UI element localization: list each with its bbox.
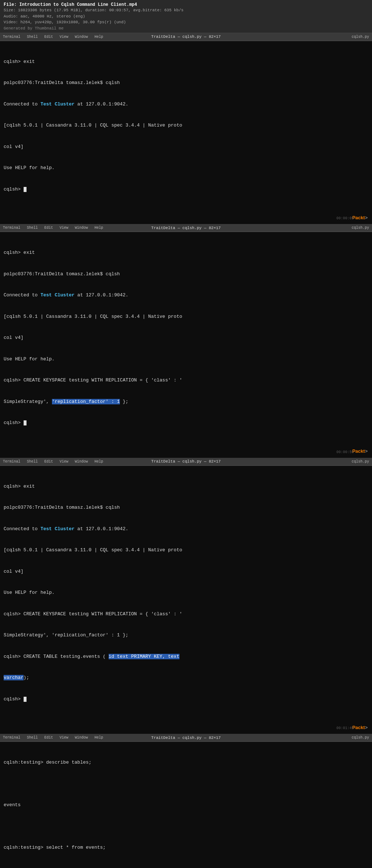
titlebar-title-3: TraitDelta — cqlsh.py — 82×17 bbox=[151, 459, 221, 464]
terminal-line: SimpleStrategy', 'replication_factor' : … bbox=[4, 398, 368, 405]
cursor bbox=[24, 187, 27, 192]
terminal-line: polpc03776:TraitDelta tomasz.lelek$ cqls… bbox=[4, 271, 368, 278]
terminal-line: SimpleStrategy', 'replication_factor' : … bbox=[4, 632, 368, 639]
titlebar-4: Terminal Shell Edit View Window Help Tra… bbox=[0, 734, 372, 742]
terminal-line: Use HELP for help. bbox=[4, 356, 368, 363]
terminal-line: cqlsh> bbox=[4, 696, 368, 703]
terminal-line bbox=[4, 823, 368, 830]
terminal-line: cqlsh> CREATE TABLE testing.events ( id … bbox=[4, 653, 368, 660]
terminal-line bbox=[4, 865, 368, 868]
terminal-line: cqlsh:testing> select * from events; bbox=[4, 844, 368, 851]
timecode-2: 00:00:59 bbox=[336, 449, 354, 455]
titlebar-menu-2[interactable]: Terminal Shell Edit View Window Help bbox=[3, 226, 103, 230]
terminal-block-3: Terminal Shell Edit View Window Help Tra… bbox=[0, 458, 372, 734]
highlighted-text-3: varchar bbox=[4, 675, 24, 680]
terminal-line: Connected to Test Cluster at 127.0.0.1:9… bbox=[4, 101, 368, 108]
titlebar-menu-3[interactable]: Terminal Shell Edit View Window Help bbox=[3, 460, 103, 464]
terminal-line: cqlsh> bbox=[4, 186, 368, 193]
terminal-block-1: Terminal Shell Edit View Window Help Tra… bbox=[0, 33, 372, 224]
highlighted-text: 'replication_factor' : 1 bbox=[52, 399, 120, 404]
titlebar-title-1: TraitDelta — cqlsh.py — 82×17 bbox=[151, 35, 221, 39]
thumbnail-generated: Generated by Thumbnail me bbox=[4, 26, 368, 31]
terminal-line: Connected to Test Cluster at 127.0.0.1:9… bbox=[4, 525, 368, 533]
video-header: File: Introduction to Cqlsh Command Line… bbox=[0, 0, 372, 33]
terminal-line: cqlsh> exit bbox=[4, 483, 368, 490]
terminal-body-3: cqlsh> exit polpc03776:TraitDelta tomasz… bbox=[0, 466, 372, 734]
terminal-body-1: cqlsh> exit polpc03776:TraitDelta tomasz… bbox=[0, 41, 372, 224]
terminal-line: Connected to Test Cluster at 127.0.0.1:9… bbox=[4, 292, 368, 299]
terminal-line: cqlsh> CREATE KEYSPACE testing WITH REPL… bbox=[4, 377, 368, 384]
video-size: Size: 18823306 bytes (17.95 MiB), durati… bbox=[4, 7, 368, 13]
titlebar-file-4: cqlsh.py bbox=[352, 736, 369, 740]
terminal-line: Use HELP for help. bbox=[4, 164, 368, 172]
packt-watermark: Packt> bbox=[352, 448, 368, 455]
terminal-line: polpc03776:TraitDelta tomasz.lelek$ cqls… bbox=[4, 79, 368, 87]
titlebar-3: Terminal Shell Edit View Window Help Tra… bbox=[0, 458, 372, 466]
cluster-name: Test Cluster bbox=[40, 292, 74, 298]
terminal-block-2: Terminal Shell Edit View Window Help Tra… bbox=[0, 224, 372, 458]
terminal-line: [cqlsh 5.0.1 | Cassandra 3.11.0 | CQL sp… bbox=[4, 122, 368, 129]
terminal-body-4: cqlsh:testing> describe tables; events c… bbox=[0, 742, 372, 868]
terminal-line: [cqlsh 5.0.1 | Cassandra 3.11.0 | CQL sp… bbox=[4, 547, 368, 554]
titlebar-2: Terminal Shell Edit View Window Help Tra… bbox=[0, 224, 372, 232]
terminal-line: Use HELP for help. bbox=[4, 589, 368, 596]
terminal-line: col v4] bbox=[4, 334, 368, 341]
highlighted-text-2: id text PRIMARY KEY, text bbox=[109, 654, 179, 659]
titlebar-file-2: cqlsh.py bbox=[352, 226, 369, 230]
video-audio: Audio: aac, 48000 Hz, stereo (eng) bbox=[4, 13, 368, 20]
terminal-line: polpc03776:TraitDelta tomasz.lelek$ cqls… bbox=[4, 504, 368, 511]
terminal-line bbox=[4, 780, 368, 788]
titlebar-file-3: cqlsh.py bbox=[352, 460, 369, 464]
terminal-line: cqlsh> bbox=[4, 419, 368, 427]
terminal-line: events bbox=[4, 801, 368, 809]
terminal-line: col v4] bbox=[4, 143, 368, 151]
cluster-name: Test Cluster bbox=[40, 526, 74, 532]
terminal-body-2: cqlsh> exit polpc03776:TraitDelta tomasz… bbox=[0, 232, 372, 458]
timecode-1: 00:00:09 bbox=[336, 216, 354, 221]
terminal-line: cqlsh:testing> describe tables; bbox=[4, 759, 368, 766]
terminal-line: cqlsh> exit bbox=[4, 58, 368, 65]
video-filename: File: Introduction to Cqlsh Command Line… bbox=[4, 2, 368, 7]
terminal-line: cqlsh> exit bbox=[4, 249, 368, 256]
titlebar-title-2: TraitDelta — cqlsh.py — 82×17 bbox=[151, 226, 221, 230]
terminal-line: varchar); bbox=[4, 674, 368, 681]
cluster-name: Test Cluster bbox=[40, 101, 74, 107]
terminal-line: [cqlsh 5.0.1 | Cassandra 3.11.0 | CQL sp… bbox=[4, 313, 368, 320]
cursor bbox=[24, 697, 27, 702]
terminal-line: col v4] bbox=[4, 568, 368, 575]
terminal-line: cqlsh> CREATE KEYSPACE testing WITH REPL… bbox=[4, 611, 368, 618]
titlebar-menu-4[interactable]: Terminal Shell Edit View Window Help bbox=[3, 736, 103, 740]
titlebar-file-1: cqlsh.py bbox=[352, 35, 369, 39]
cursor bbox=[24, 420, 27, 425]
titlebar-title-4: TraitDelta — cqlsh.py — 82×17 bbox=[151, 736, 221, 740]
titlebar-1: Terminal Shell Edit View Window Help Tra… bbox=[0, 33, 372, 41]
packt-watermark: Packt> bbox=[352, 724, 368, 731]
video-video: Video: h264, yuv420p, 1920x1080, 30.00 f… bbox=[4, 19, 368, 25]
terminal-block-4: Terminal Shell Edit View Window Help Tra… bbox=[0, 734, 372, 868]
timecode-3: 00:01:49 bbox=[336, 725, 354, 731]
packt-watermark: Packt> bbox=[352, 214, 368, 221]
titlebar-menu-1[interactable]: Terminal Shell Edit View Window Help bbox=[3, 35, 103, 39]
